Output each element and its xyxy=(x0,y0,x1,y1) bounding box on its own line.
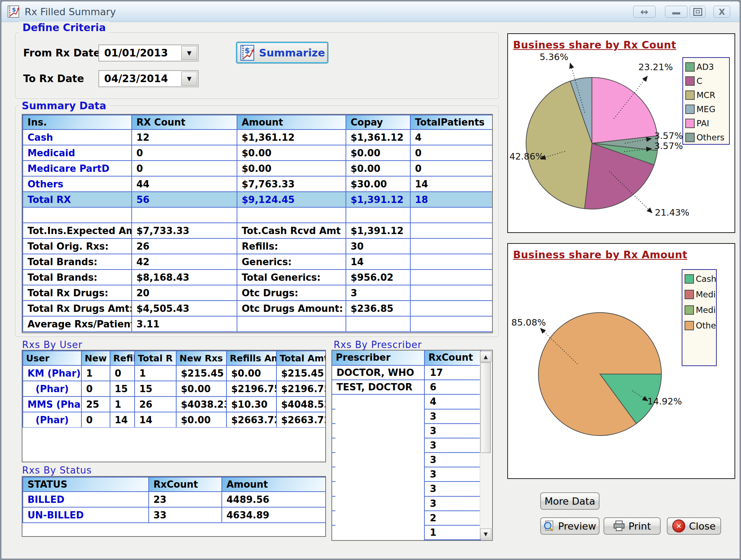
table-row[interactable] xyxy=(23,207,493,223)
table-row[interactable]: Total Orig. Rxs:26Refills:30 xyxy=(23,238,493,254)
table-row[interactable]: Cash12$1,361.12$1,361.124 xyxy=(23,130,493,145)
table-row[interactable]: MMS (Phar)25126$4038.23$10.30$4048.53 xyxy=(23,396,326,412)
pie-percent-label: 14.92% xyxy=(647,396,682,407)
column-header: RxCount xyxy=(425,351,481,366)
table-row[interactable]: Total Brands:$8,168.43Total Generics:$95… xyxy=(23,270,493,285)
table-row[interactable]: Medicare PartD0$0.00$0.000 xyxy=(23,161,493,176)
cell: $2196.75 xyxy=(226,381,276,396)
table-row[interactable]: KM (Phar)101$215.45$0.00$215.45 xyxy=(23,365,326,381)
cell: Otc Drugs: xyxy=(237,285,346,301)
legend-item: AD3 xyxy=(685,62,727,72)
legend-item: PAI xyxy=(685,119,727,128)
table-row[interactable]: Total RX56$9,124.45$1,391.1218 xyxy=(23,192,493,207)
legend-item: Medica... xyxy=(685,290,714,299)
chevron-down-icon[interactable]: ▼ xyxy=(181,72,197,86)
cell: $1,361.12 xyxy=(237,130,346,145)
close-label: Close xyxy=(689,521,716,532)
cell: $4038.23 xyxy=(176,396,226,412)
cell: Others xyxy=(23,176,132,192)
legend-label: Others xyxy=(696,133,724,142)
app-chart-icon: $ xyxy=(7,5,20,18)
cell: Total Rx Drugs Amt: xyxy=(23,301,132,316)
table-row[interactable]: UN-BILLED334634.89 xyxy=(23,507,326,523)
prescriber-cell xyxy=(332,410,425,424)
pie-slice-PAI xyxy=(592,77,657,143)
cell: 3 xyxy=(346,285,410,301)
legend-swatch xyxy=(685,62,695,72)
print-button[interactable]: Print xyxy=(604,517,661,535)
cell xyxy=(346,207,410,223)
preview-button[interactable]: Preview xyxy=(540,517,600,535)
legend-swatch xyxy=(685,274,694,284)
cell: $9,124.45 xyxy=(237,192,346,207)
table-row[interactable]: 1 xyxy=(332,526,492,540)
rxcount-cell: 3 xyxy=(425,424,481,438)
table-row[interactable]: TEST, DOCTOR6 xyxy=(332,380,492,395)
scroll-down-button[interactable]: ▼ xyxy=(480,529,491,539)
to-rx-date-combobox[interactable]: 04/23/2014 ▼ xyxy=(98,70,199,87)
table-row[interactable]: 3 xyxy=(332,453,492,467)
rxcount-cell: 3 xyxy=(425,453,481,467)
pie-percent-label: 3.57% xyxy=(654,131,683,141)
table-row[interactable]: Others44$7,763.33$30.0014 xyxy=(23,176,493,192)
more-data-button[interactable]: More Data xyxy=(540,492,600,510)
prescriber-cell xyxy=(332,497,425,511)
table-row[interactable]: Total Rx Drugs Amt:$4,505.43Otc Drugs Am… xyxy=(23,301,493,316)
resize-arrows-icon: ↔ xyxy=(640,7,648,17)
table-row[interactable]: BILLED234489.56 xyxy=(23,492,326,507)
maximize-button[interactable] xyxy=(690,6,706,18)
legend-item: MCR xyxy=(685,90,727,100)
table-row[interactable]: 3 xyxy=(332,497,492,511)
legend-swatch xyxy=(685,305,694,315)
table-row[interactable]: Tot.Ins.Expected Amt$7,733.33Tot.Cash Rc… xyxy=(23,223,493,238)
cell: $1,391.12 xyxy=(346,223,410,238)
legend-swatch xyxy=(685,290,694,299)
close-window-button[interactable]: X xyxy=(714,6,730,18)
rxcount-cell: 3 xyxy=(425,497,481,511)
vertical-scrollbar[interactable]: ▲ ▼ xyxy=(480,351,491,539)
table-row[interactable]: Medicaid0$0.00$0.000 xyxy=(23,145,493,161)
column-header: New Rxs A xyxy=(176,351,226,365)
table-row[interactable]: DOCTOR, WHO17 xyxy=(332,366,492,380)
pie-percent-label: 5.36% xyxy=(539,52,568,62)
table-row[interactable]: (Phar)01414$0.00$2663.72$2663.72 xyxy=(23,412,326,428)
column-header: Refills Amt xyxy=(226,351,276,365)
legend-swatch xyxy=(685,321,694,330)
legend-item: Cash xyxy=(685,274,714,284)
prescriber-cell xyxy=(332,424,425,438)
table-row[interactable]: 3 xyxy=(332,438,492,453)
close-x-icon: X xyxy=(719,7,725,17)
table-row[interactable]: 4 xyxy=(332,395,492,409)
table-row[interactable]: Total Brands:42Generics:14 xyxy=(23,254,493,270)
scrollbar-thumb[interactable] xyxy=(480,362,491,453)
cell: 18 xyxy=(410,192,493,207)
table-row[interactable]: 3 xyxy=(332,467,492,482)
table-row[interactable]: 3 xyxy=(332,410,492,424)
table-row[interactable]: 3 xyxy=(332,424,492,438)
resize-window-button[interactable]: ↔ xyxy=(633,6,656,18)
cell: (Phar) xyxy=(23,412,81,428)
minimize-button[interactable] xyxy=(665,6,687,18)
cell: (Phar) xyxy=(23,381,81,396)
legend-label: PAI xyxy=(696,119,709,128)
table-row[interactable]: 2 xyxy=(332,511,492,526)
cell: $10.30 xyxy=(226,396,276,412)
close-button[interactable]: ✕ Close xyxy=(667,517,721,535)
scroll-up-button[interactable]: ▲ xyxy=(480,351,491,362)
chevron-down-icon[interactable]: ▼ xyxy=(181,46,197,60)
cell: $4,505.43 xyxy=(132,301,237,316)
summarize-button[interactable]: $ Summarize xyxy=(236,42,328,63)
table-row[interactable]: Average Rxs/Patient:3.11 xyxy=(23,316,493,332)
title-bar[interactable]: $ Rx Filled Summary xyxy=(1,1,740,22)
from-rx-date-combobox[interactable]: 01/01/2013 ▼ xyxy=(98,44,199,61)
table-row[interactable]: (Phar)01515$0.00$2196.75$2196.75 xyxy=(23,381,326,396)
cell: 1 xyxy=(110,396,135,412)
prescriber-cell xyxy=(332,453,425,467)
table-row[interactable]: 3 xyxy=(332,482,492,496)
cell: 25 xyxy=(81,396,110,412)
cell: 0 xyxy=(132,145,237,161)
rxcount-cell: 3 xyxy=(425,467,481,482)
table-row[interactable]: Total Rx Drugs:20Otc Drugs:3 xyxy=(23,285,493,301)
cell xyxy=(410,285,493,301)
cell: $215.45 xyxy=(176,365,226,381)
